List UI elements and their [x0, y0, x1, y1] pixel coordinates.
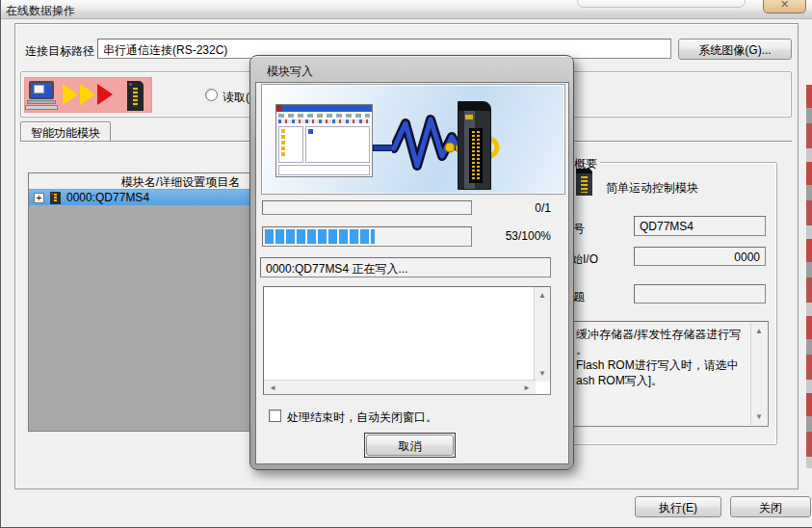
model-field: QD77MS4 [634, 216, 766, 236]
transfer-illustration [261, 84, 565, 195]
write-progress-bar [262, 226, 472, 247]
listbox-hscrollbar[interactable]: ◄ ► [264, 380, 536, 394]
scroll-up-icon[interactable]: ▲ [751, 327, 767, 335]
software-window-graphic [275, 104, 373, 177]
background-app-strip [806, 85, 812, 468]
cancel-button-outline: 取消 [364, 433, 456, 458]
auto-close-label: 处理结束时，自动关闭窗口。 [287, 409, 437, 426]
module-write-dialog: 模块写入 [249, 55, 574, 470]
plc-module-icon [127, 81, 144, 111]
scroll-up-icon[interactable]: ▲ [535, 291, 550, 300]
computer-icon [29, 81, 54, 99]
close-button[interactable]: 关闭 [730, 496, 811, 517]
expand-plus-icon[interactable]: + [34, 193, 44, 203]
note-line: ash ROM写入]。 [576, 373, 749, 388]
start-io-field: 0000 [634, 247, 766, 266]
scroll-down-icon[interactable]: ▼ [535, 369, 550, 378]
module-row-label: 0000:QD77MS4 [66, 191, 149, 204]
title-bar: 在线数据操作 ✕ [1, 0, 812, 19]
title-field [634, 284, 766, 304]
write-note-text: 缓冲存储器/挥发性存储器进行写 。 Flash ROM进行写入时，请选中 ash… [576, 327, 749, 388]
computer-base [27, 100, 56, 104]
result-listbox[interactable]: ▲ ▼ ◄ ► [263, 286, 551, 395]
scroll-left-icon[interactable]: ◄ [269, 383, 276, 392]
modal-title: 模块写入 [267, 64, 313, 80]
arrow-right-red-icon [97, 84, 113, 105]
write-progress-label: 53/100% [474, 229, 551, 243]
keyboard-icon [25, 105, 58, 110]
cancel-button[interactable]: 取消 [366, 435, 454, 456]
note-line: Flash ROM进行写入时，请选中 [576, 357, 749, 373]
module-description: 简单运动控制模块 [606, 180, 698, 197]
note-scrollbar[interactable]: ▲ ▼ [750, 323, 767, 425]
file-progress-bar [262, 200, 472, 215]
screen-doc [34, 85, 44, 93]
plc-module-graphic [458, 101, 491, 190]
write-progress-fill [265, 229, 375, 244]
background-window-edge [577, 0, 746, 8]
transfer-direction-graphic [24, 77, 152, 113]
file-progress-label: 0/1 [474, 201, 551, 215]
module-summary-icon [576, 169, 592, 196]
model-label: 号 [573, 221, 585, 237]
write-status-field: 0000:QD77MS4 正在写入... [260, 257, 551, 277]
arrow-right-yellow-icon [80, 84, 95, 105]
write-status-text: 0000:QD77MS4 正在写入... [261, 258, 550, 277]
start-io-value: 0000 [635, 248, 765, 264]
close-icon[interactable]: ✕ [763, 0, 806, 13]
note-line: 缓冲存储器/挥发性存储器进行写 [576, 327, 749, 342]
read-radio[interactable] [205, 89, 218, 101]
connection-path-label: 连接目标路径 [25, 43, 94, 60]
start-io-label: 始I/O [571, 251, 598, 268]
model-value: QD77MS4 [635, 217, 765, 233]
scroll-right-icon[interactable]: ► [523, 383, 531, 392]
cable-graphic [373, 145, 394, 151]
module-icon [50, 192, 61, 204]
auto-close-checkbox[interactable] [269, 409, 281, 422]
listbox-vscrollbar[interactable]: ▲ ▼ [534, 287, 550, 382]
title-field-value [635, 285, 765, 288]
online-data-operation-dialog: 在线数据操作 ✕ 连接目标路径 串行通信连接(RS-232C) 系统图像(G).… [0, 0, 812, 528]
tab-intelligent-function-module[interactable]: 智能功能模块 [20, 121, 111, 142]
window-title: 在线数据操作 [6, 3, 75, 19]
system-image-button[interactable]: 系统图像(G)... [678, 39, 792, 60]
scroll-down-icon[interactable]: ▼ [751, 412, 767, 421]
execute-button[interactable]: 执行(E) [635, 496, 721, 517]
note-line: 。 [576, 342, 749, 357]
arrow-right-yellow-icon [63, 84, 78, 105]
title-field-label: 题 [573, 289, 585, 305]
